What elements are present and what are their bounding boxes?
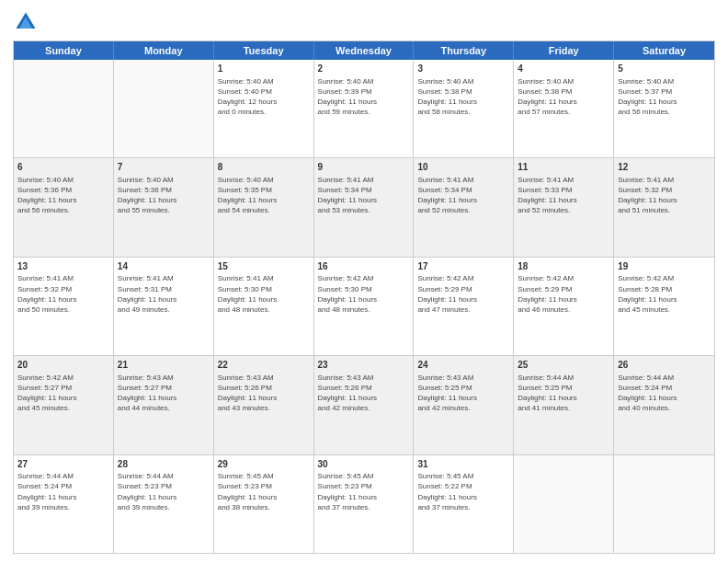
cell-info: Sunrise: 5:40 AM Sunset: 5:38 PM Dayligh… (417, 76, 509, 118)
day-number: 31 (417, 458, 509, 471)
cell-info: Sunrise: 5:40 AM Sunset: 5:36 PM Dayligh… (118, 175, 210, 216)
cal-cell: 3Sunrise: 5:40 AM Sunset: 5:38 PM Daylig… (414, 60, 514, 157)
cal-header-friday: Friday (514, 41, 614, 60)
cal-cell: 13Sunrise: 5:41 AM Sunset: 5:32 PM Dayli… (14, 258, 114, 355)
day-number: 9 (318, 161, 410, 174)
cal-cell: 29Sunrise: 5:45 AM Sunset: 5:23 PM Dayli… (214, 455, 314, 553)
cell-info: Sunrise: 5:43 AM Sunset: 5:26 PM Dayligh… (318, 373, 410, 414)
cal-row-3: 20Sunrise: 5:42 AM Sunset: 5:27 PM Dayli… (14, 355, 714, 454)
cal-cell: 12Sunrise: 5:41 AM Sunset: 5:32 PM Dayli… (614, 158, 714, 256)
cell-info: Sunrise: 5:42 AM Sunset: 5:30 PM Dayligh… (318, 273, 410, 315)
day-number: 18 (518, 260, 609, 273)
day-number: 19 (618, 260, 711, 273)
cal-row-1: 6Sunrise: 5:40 AM Sunset: 5:36 PM Daylig… (14, 157, 714, 256)
cell-info: Sunrise: 5:41 AM Sunset: 5:33 PM Dayligh… (518, 175, 609, 216)
day-number: 24 (417, 359, 509, 372)
cal-cell: 10Sunrise: 5:41 AM Sunset: 5:34 PM Dayli… (414, 158, 514, 256)
cell-info: Sunrise: 5:45 AM Sunset: 5:23 PM Dayligh… (318, 471, 410, 512)
cal-cell (114, 60, 214, 157)
cal-cell: 6Sunrise: 5:40 AM Sunset: 5:36 PM Daylig… (14, 158, 114, 256)
header (13, 9, 715, 35)
day-number: 1 (218, 63, 310, 75)
cell-info: Sunrise: 5:41 AM Sunset: 5:30 PM Dayligh… (218, 273, 310, 315)
cell-info: Sunrise: 5:42 AM Sunset: 5:28 PM Dayligh… (618, 273, 711, 315)
cal-header-sunday: Sunday (14, 41, 114, 60)
cal-row-0: 1Sunrise: 5:40 AM Sunset: 5:40 PM Daylig… (14, 60, 714, 157)
cell-info: Sunrise: 5:44 AM Sunset: 5:24 PM Dayligh… (618, 373, 711, 414)
cal-cell: 7Sunrise: 5:40 AM Sunset: 5:36 PM Daylig… (114, 158, 214, 256)
cell-info: Sunrise: 5:45 AM Sunset: 5:23 PM Dayligh… (218, 471, 310, 512)
day-number: 2 (318, 63, 410, 75)
cell-info: Sunrise: 5:42 AM Sunset: 5:27 PM Dayligh… (17, 373, 109, 414)
cal-cell: 8Sunrise: 5:40 AM Sunset: 5:35 PM Daylig… (214, 158, 314, 256)
cell-info: Sunrise: 5:42 AM Sunset: 5:29 PM Dayligh… (417, 273, 509, 315)
day-number: 5 (618, 63, 711, 75)
day-number: 22 (218, 359, 310, 372)
cal-header-wednesday: Wednesday (314, 41, 415, 60)
cal-header-monday: Monday (114, 41, 214, 60)
day-number: 14 (118, 260, 210, 273)
day-number: 17 (417, 260, 509, 273)
calendar: SundayMondayTuesdayWednesdayThursdayFrid… (13, 40, 715, 554)
cal-cell: 15Sunrise: 5:41 AM Sunset: 5:30 PM Dayli… (214, 258, 314, 355)
day-number: 21 (118, 359, 210, 372)
day-number: 7 (118, 161, 210, 174)
cal-cell: 4Sunrise: 5:40 AM Sunset: 5:38 PM Daylig… (514, 60, 614, 157)
day-number: 10 (417, 161, 509, 174)
day-number: 23 (318, 359, 410, 372)
cal-cell (514, 455, 614, 553)
calendar-body: 1Sunrise: 5:40 AM Sunset: 5:40 PM Daylig… (14, 60, 714, 553)
cal-cell: 31Sunrise: 5:45 AM Sunset: 5:22 PM Dayli… (414, 455, 514, 553)
cal-cell: 11Sunrise: 5:41 AM Sunset: 5:33 PM Dayli… (514, 158, 614, 256)
cell-info: Sunrise: 5:41 AM Sunset: 5:34 PM Dayligh… (417, 175, 509, 216)
cell-info: Sunrise: 5:40 AM Sunset: 5:36 PM Dayligh… (17, 175, 109, 216)
day-number: 6 (17, 161, 109, 174)
day-number: 29 (218, 458, 310, 471)
cell-info: Sunrise: 5:43 AM Sunset: 5:27 PM Dayligh… (118, 373, 210, 414)
cal-cell: 19Sunrise: 5:42 AM Sunset: 5:28 PM Dayli… (614, 258, 714, 355)
cal-header-thursday: Thursday (414, 41, 514, 60)
cal-cell: 22Sunrise: 5:43 AM Sunset: 5:26 PM Dayli… (214, 356, 314, 454)
cal-cell: 25Sunrise: 5:44 AM Sunset: 5:25 PM Dayli… (514, 356, 614, 454)
cal-cell (614, 455, 714, 553)
cell-info: Sunrise: 5:41 AM Sunset: 5:32 PM Dayligh… (618, 175, 711, 216)
day-number: 4 (518, 63, 609, 75)
cell-info: Sunrise: 5:45 AM Sunset: 5:22 PM Dayligh… (417, 471, 509, 512)
cell-info: Sunrise: 5:44 AM Sunset: 5:24 PM Dayligh… (17, 471, 109, 512)
day-number: 26 (618, 359, 711, 372)
cal-cell: 21Sunrise: 5:43 AM Sunset: 5:27 PM Dayli… (114, 356, 214, 454)
cal-cell: 18Sunrise: 5:42 AM Sunset: 5:29 PM Dayli… (514, 258, 614, 355)
logo-icon (13, 9, 39, 35)
calendar-header: SundayMondayTuesdayWednesdayThursdayFrid… (14, 41, 714, 60)
cal-cell: 1Sunrise: 5:40 AM Sunset: 5:40 PM Daylig… (214, 60, 314, 157)
cell-info: Sunrise: 5:44 AM Sunset: 5:25 PM Dayligh… (518, 373, 609, 414)
cell-info: Sunrise: 5:40 AM Sunset: 5:35 PM Dayligh… (218, 175, 310, 216)
day-number: 13 (17, 260, 109, 273)
cal-cell: 26Sunrise: 5:44 AM Sunset: 5:24 PM Dayli… (614, 356, 714, 454)
day-number: 16 (318, 260, 410, 273)
cal-cell: 24Sunrise: 5:43 AM Sunset: 5:25 PM Dayli… (414, 356, 514, 454)
cal-cell: 20Sunrise: 5:42 AM Sunset: 5:27 PM Dayli… (14, 356, 114, 454)
cal-cell: 23Sunrise: 5:43 AM Sunset: 5:26 PM Dayli… (314, 356, 415, 454)
cell-info: Sunrise: 5:40 AM Sunset: 5:38 PM Dayligh… (518, 76, 609, 118)
day-number: 27 (17, 458, 109, 471)
cal-cell: 17Sunrise: 5:42 AM Sunset: 5:29 PM Dayli… (414, 258, 514, 355)
cell-info: Sunrise: 5:41 AM Sunset: 5:32 PM Dayligh… (17, 273, 109, 315)
cal-cell: 9Sunrise: 5:41 AM Sunset: 5:34 PM Daylig… (314, 158, 415, 256)
day-number: 3 (417, 63, 509, 75)
cell-info: Sunrise: 5:41 AM Sunset: 5:31 PM Dayligh… (118, 273, 210, 315)
cal-cell: 2Sunrise: 5:40 AM Sunset: 5:39 PM Daylig… (314, 60, 415, 157)
cell-info: Sunrise: 5:40 AM Sunset: 5:40 PM Dayligh… (218, 76, 310, 118)
cal-cell: 16Sunrise: 5:42 AM Sunset: 5:30 PM Dayli… (314, 258, 415, 355)
cal-header-tuesday: Tuesday (214, 41, 314, 60)
day-number: 15 (218, 260, 310, 273)
day-number: 20 (17, 359, 109, 372)
day-number: 25 (518, 359, 609, 372)
cell-info: Sunrise: 5:40 AM Sunset: 5:37 PM Dayligh… (618, 76, 711, 118)
day-number: 11 (518, 161, 609, 174)
cal-cell: 30Sunrise: 5:45 AM Sunset: 5:23 PM Dayli… (314, 455, 415, 553)
cal-row-2: 13Sunrise: 5:41 AM Sunset: 5:32 PM Dayli… (14, 257, 714, 355)
cal-cell: 5Sunrise: 5:40 AM Sunset: 5:37 PM Daylig… (614, 60, 714, 157)
cell-info: Sunrise: 5:42 AM Sunset: 5:29 PM Dayligh… (518, 273, 609, 315)
cal-cell: 14Sunrise: 5:41 AM Sunset: 5:31 PM Dayli… (114, 258, 214, 355)
